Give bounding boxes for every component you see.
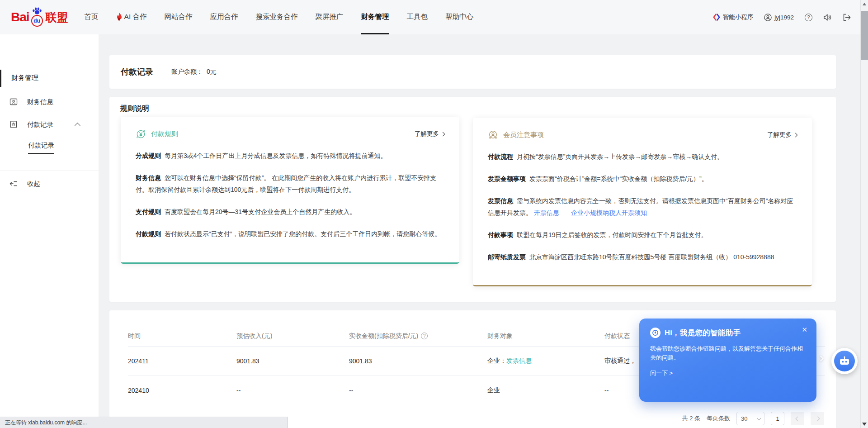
nav-item-toolkit[interactable]: 工具包 xyxy=(407,0,428,34)
robot-icon xyxy=(834,351,855,371)
rule-paragraph: 邮寄纸质发票北京市海淀区西北旺东路10号院百度科技园5号楼 百度联盟财务组（收）… xyxy=(488,251,797,263)
cell-actual: -- xyxy=(349,387,487,394)
nav-item-juping[interactable]: 聚屏推广 xyxy=(316,0,344,34)
rule-term: 财务信息 xyxy=(136,174,161,181)
invoice-info-link[interactable]: 开票信息 xyxy=(534,209,559,216)
sidebar-subitem-payment-record[interactable]: 付款记录 xyxy=(28,141,54,154)
nav-item-help-center[interactable]: 帮助中心 xyxy=(445,0,473,34)
rule-term: 发票金额事项 xyxy=(488,175,526,182)
rule-paragraph: 支付规则百度联盟会在每月20号—31号支付企业会员上个自然月产生的收入。 xyxy=(136,206,444,218)
baidu-union-logo[interactable]: Bai du 联盟 xyxy=(11,7,68,27)
nav-item-ai-label: AI 合作 xyxy=(124,0,147,33)
sidebar-collapse-label: 收起 xyxy=(27,180,40,188)
chevron-right-icon xyxy=(815,416,820,421)
next-page-button[interactable] xyxy=(811,412,824,425)
rule-paragraph: 发票金额事项发票票面“价税合计”金额=系统中“实收金额（扣除税费后/元）”。 xyxy=(488,173,797,185)
nav-item-ai[interactable]: AI 合作 xyxy=(116,0,147,34)
logout-icon[interactable] xyxy=(843,14,851,21)
member-notice-header: 会员注意事项 xyxy=(488,130,544,140)
nav-item-app[interactable]: 应用合作 xyxy=(210,0,238,34)
rule-text: 月初按“发票信息”页面开具发票→上传发票→邮寄发票→审核→确认支付。 xyxy=(517,153,723,160)
payment-rules-title: 付款规则 xyxy=(151,130,178,138)
member-notice-title: 会员注意事项 xyxy=(503,131,544,139)
col-header-finance-target: 财务对象 xyxy=(487,332,604,340)
logo-text-bai: Bai xyxy=(11,10,29,24)
assistant-ask-link[interactable]: 问一下 > xyxy=(650,369,806,377)
mini-program-entry[interactable]: 智能小程序 xyxy=(713,13,754,21)
rule-term: 邮寄纸质发票 xyxy=(488,253,526,261)
rule-paragraph: 付款规则若付款状态显示“已支付”，说明联盟已安排了您的付款。支付后三个工作日内到… xyxy=(136,228,444,240)
close-icon[interactable]: ✕ xyxy=(802,326,807,334)
scroll-down-arrow-icon[interactable] xyxy=(862,423,867,426)
prev-page-button[interactable] xyxy=(791,412,804,425)
speaker-icon[interactable] xyxy=(823,14,832,21)
sidebar-item-label: 付款记录 xyxy=(27,120,53,129)
rule-paragraph: 财务信息您可以在财务信息中选择“保留付款”。 在此期间您产生的收入将在账户内进行… xyxy=(136,172,444,195)
per-page-select[interactable]: 30 xyxy=(736,412,764,425)
finance-target-prefix: 企业： xyxy=(487,357,506,364)
chevron-right-icon xyxy=(793,133,798,137)
flame-icon xyxy=(116,13,123,21)
account-balance: 账户余额：0元 xyxy=(171,68,217,76)
col-header-actual-label: 实收金额(扣除税费后/元) xyxy=(349,332,418,340)
logo-text-du: du xyxy=(33,18,40,24)
paw-icon: du xyxy=(30,7,44,27)
per-page-value: 30 xyxy=(741,415,747,422)
username: jyj1992 xyxy=(774,14,794,21)
member-notice-more-link[interactable]: 了解更多 xyxy=(767,131,797,139)
sidebar-item-label: 财务信息 xyxy=(27,98,53,106)
account-balance-label: 账户余额： xyxy=(171,68,203,75)
assistant-header: Hi，我是您的智能助手 xyxy=(650,328,806,338)
nav-item-search-biz[interactable]: 搜索业务合作 xyxy=(256,0,298,34)
logo-text-union: 联盟 xyxy=(46,10,68,25)
assistant-logo-icon xyxy=(650,328,660,338)
user-account[interactable]: jyj1992 xyxy=(764,14,794,21)
nav-item-finance[interactable]: 财务管理 xyxy=(361,0,389,34)
chevron-right-icon xyxy=(441,132,445,136)
rule-term: 发票信息 xyxy=(488,197,513,204)
cell-estimated: 9001.83 xyxy=(236,357,349,365)
payment-rules-card: 付款规则 了解更多 分成规则每月第3或4个工作日产出上月分成信息及发票信息，如有… xyxy=(121,117,459,264)
sidebar-title-finance-management[interactable]: 财务管理 xyxy=(11,74,38,82)
more-label: 了解更多 xyxy=(767,131,792,139)
small-taxpayer-guide-link[interactable]: 企业小规模纳税人开票须知 xyxy=(571,209,647,216)
nav-item-home[interactable]: 首页 xyxy=(85,0,99,34)
payment-rules-header: 付款规则 xyxy=(136,129,178,139)
rules-section-title: 规则说明 xyxy=(120,104,149,114)
page-number-current[interactable]: 1 xyxy=(771,412,784,425)
page-header-card: 付款记录 账户余额：0元 xyxy=(109,55,836,89)
assistant-popup: Hi，我是您的智能助手 ✕ 我会帮助您诊断合作链路问题，以及解答您关于任何合作相… xyxy=(639,319,816,402)
col-header-actual: 实收金额(扣除税费后/元) ? xyxy=(349,332,487,340)
col-header-time: 时间 xyxy=(128,332,236,340)
sidebar-collapse-button[interactable]: 收起 xyxy=(0,178,99,189)
sidebar-item-finance-info[interactable]: 财务信息 xyxy=(0,96,99,107)
chevron-left-icon xyxy=(795,416,800,421)
user-icon xyxy=(764,14,772,21)
scrollbar-thumb[interactable] xyxy=(861,11,868,60)
member-notice-card: 会员注意事项 了解更多 付款流程月初按“发票信息”页面开具发票→上传发票→邮寄发… xyxy=(473,118,812,286)
invoice-info-table-link[interactable]: 发票信息 xyxy=(506,357,532,364)
sidebar-item-payment-record-group[interactable]: 付款记录 xyxy=(0,119,99,130)
rule-text: 百度联盟会在每月20号—31号支付企业会员上个自然月产生的收入。 xyxy=(165,208,356,215)
rule-paragraph: 发票信息需与系统内发票信息内容完全一致，否则无法支付。请根据发票信息页面中“百度… xyxy=(488,195,797,219)
vertical-scrollbar[interactable] xyxy=(860,0,868,428)
assistant-title: Hi，我是您的智能助手 xyxy=(665,328,741,338)
payment-rules-more-link[interactable]: 了解更多 xyxy=(415,130,444,138)
rule-text: 若付款状态显示“已支付”，说明联盟已安排了您的付款。支付后三个工作日内到帐，请您… xyxy=(165,230,441,238)
col-header-estimated: 预估收入(元) xyxy=(236,332,349,340)
rule-text: 联盟在每月19日之后签收的发票，付款时间安排在下个月首批支付。 xyxy=(517,231,708,238)
assistant-float-button[interactable] xyxy=(831,348,858,374)
collapse-icon xyxy=(9,180,18,188)
mini-program-label: 智能小程序 xyxy=(723,13,754,21)
rules-card: 规则说明 付款规则 了解更多 分成规则每月第3或4个工作日产出上月分成信息及发票… xyxy=(109,97,836,302)
help-icon[interactable]: ? xyxy=(805,14,812,21)
assistant-body: 我会帮助您诊断合作链路问题，以及解答您关于任何合作相关的问题。 xyxy=(650,344,806,362)
rule-text: 您可以在财务信息中选择“保留付款”。 在此期间您产生的收入将在账户内进行累计，联… xyxy=(136,174,436,193)
scroll-up-arrow-icon[interactable] xyxy=(863,3,866,5)
page-title: 付款记录 xyxy=(121,67,153,77)
account-balance-value: 0元 xyxy=(207,68,217,75)
column-help-icon[interactable]: ? xyxy=(421,333,428,339)
top-nav: Bai du 联盟 首页 AI 合作 网站合作 应用合作 搜索业务合作 聚屏推广… xyxy=(0,0,868,34)
nav-item-website[interactable]: 网站合作 xyxy=(165,0,193,34)
sidebar-divider xyxy=(0,171,99,171)
